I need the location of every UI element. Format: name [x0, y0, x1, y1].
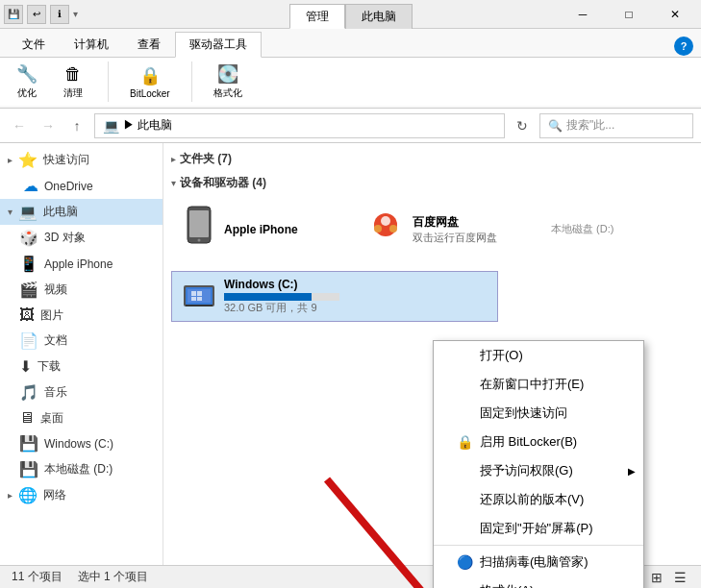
sidebar-item-documents[interactable]: 📄 文档: [0, 328, 163, 354]
view-list-button[interactable]: ☰: [670, 568, 689, 587]
drive-c[interactable]: Windows (C:) 32.0 GB 可用，共 9: [171, 271, 498, 322]
ctx-scan-virus[interactable]: 🔵 扫描病毒(电脑管家): [434, 548, 643, 576]
optimize-icon: 🔧: [16, 63, 38, 85]
search-icon: 🔍: [548, 119, 563, 133]
network-chevron-icon: ▸: [8, 490, 13, 501]
svg-point-5: [389, 225, 397, 233]
undo-btn[interactable]: ↩: [27, 5, 46, 24]
sidebar-label-3d: 3D 对象: [44, 230, 86, 246]
content-area: ▸ 文件夹 (7) ▾ 设备和驱动器 (4) Apple iPhone: [163, 143, 701, 588]
3d-icon: 🎲: [19, 229, 38, 247]
status-count: 11 个项目: [12, 569, 63, 585]
devices-chevron: ▾: [171, 178, 176, 188]
ribbon-btn-cleanup[interactable]: 🗑 清理: [54, 62, 92, 102]
sidebar-label-downloads: 下载: [38, 358, 61, 375]
ribbon-group-3: 💽 格式化: [208, 61, 263, 102]
sidebar-item-this-pc[interactable]: ▾ 💻 此电脑: [0, 199, 163, 225]
refresh-button[interactable]: ↻: [511, 114, 534, 137]
iphone-icon: 📱: [19, 255, 38, 273]
sidebar-label-desktop: 桌面: [40, 410, 63, 427]
up-button[interactable]: ↑: [65, 114, 88, 137]
maximize-button[interactable]: □: [607, 0, 651, 29]
sidebar-item-network[interactable]: ▸ 🌐 网络: [0, 482, 163, 508]
back-button[interactable]: ←: [8, 114, 31, 137]
svg-rect-13: [197, 297, 202, 301]
svg-point-2: [198, 239, 201, 242]
sidebar-label-documents: 文档: [44, 332, 67, 349]
sidebar-item-pictures[interactable]: 🖼 图片: [0, 303, 163, 328]
ribbon-btn-optimize[interactable]: 🔧 优化: [8, 61, 46, 102]
folders-section-header[interactable]: ▸ 文件夹 (7): [171, 151, 693, 167]
sidebar-label-iphone: Apple iPhone: [44, 257, 113, 271]
ctx-grant-access[interactable]: 授予访问权限(G): [434, 456, 643, 485]
sidebar-item-music[interactable]: 🎵 音乐: [0, 380, 163, 405]
properties-btn[interactable]: ℹ: [50, 5, 69, 24]
dropdown-arrow[interactable]: ▾: [73, 9, 78, 19]
sidebar-label-video: 视频: [44, 282, 67, 298]
ctx-sep1: [434, 545, 643, 546]
ctx-pin-quick[interactable]: 固定到快速访问: [434, 399, 643, 428]
ribbon-content: 🔧 优化 🗑 清理 🔒 BitLocker 💽 格式化: [0, 58, 701, 106]
tab-this-pc[interactable]: 此电脑: [345, 4, 413, 29]
help-button[interactable]: ?: [674, 37, 693, 56]
sidebar-label-this-pc: 此电脑: [43, 204, 78, 220]
path-text: ▶ 此电脑: [123, 117, 172, 134]
c-drive-info: Windows (C:) 32.0 GB 可用，共 9: [224, 278, 339, 315]
view-buttons: ⊞ ☰: [647, 568, 689, 587]
documents-icon: 📄: [19, 331, 38, 350]
downloads-icon: ⬇: [19, 357, 32, 376]
ctx-new-window[interactable]: 在新窗口中打开(E): [434, 370, 643, 399]
sidebar-item-iphone[interactable]: 📱 Apple iPhone: [0, 251, 163, 277]
c-drive-device-icon: [182, 278, 216, 315]
ctx-bitlocker[interactable]: 🔒 启用 BitLocker(B): [434, 428, 643, 456]
svg-point-4: [381, 216, 390, 226]
device-d-label[interactable]: 本地磁盘 (D:): [540, 199, 685, 259]
music-icon: 🎵: [19, 383, 38, 402]
sidebar-item-video[interactable]: 🎬 视频: [0, 277, 163, 303]
view-details-button[interactable]: ⊞: [647, 568, 666, 587]
ctx-format[interactable]: 格式化(A)...: [434, 576, 643, 588]
device-iphone[interactable]: Apple iPhone: [171, 199, 344, 259]
tab-manage[interactable]: 管理: [289, 4, 345, 29]
ctx-scan-icon: 🔵: [457, 554, 472, 570]
ribbon-btn-bitlocker[interactable]: 🔒 BitLocker: [124, 63, 176, 101]
sidebar-label-d-drive: 本地磁盘 (D:): [44, 461, 113, 478]
svg-rect-11: [197, 291, 202, 296]
thispc-chevron-icon: ▾: [8, 207, 13, 217]
baidu-name: 百度网盘: [413, 214, 497, 231]
address-path[interactable]: 💻 ▶ 此电脑: [94, 113, 505, 138]
c-drive-space: 32.0 GB 可用，共 9: [224, 301, 339, 315]
sidebar-item-c-drive[interactable]: 💾 Windows (C:): [0, 430, 163, 456]
svg-rect-10: [191, 291, 196, 296]
sidebar-label-onedrive: OneDrive: [44, 180, 93, 193]
devices-grid: Apple iPhone 百度网盘 双击运行百度网盘: [171, 199, 693, 259]
sidebar-label-pictures: 图片: [40, 307, 63, 324]
sidebar-item-desktop[interactable]: 🖥 桌面: [0, 405, 163, 430]
sidebar-item-downloads[interactable]: ⬇ 下载: [0, 354, 163, 380]
ctx-restore-prev[interactable]: 还原以前的版本(V): [434, 485, 643, 514]
close-button[interactable]: ✕: [653, 0, 697, 29]
ribbon-tab-view[interactable]: 查看: [123, 32, 175, 58]
svg-rect-1: [189, 210, 209, 237]
ctx-pin-start[interactable]: 固定到"开始"屏幕(P): [434, 514, 643, 543]
network-icon: 🌐: [18, 486, 38, 504]
quick-access-toolbar[interactable]: 💾: [4, 5, 23, 24]
title-tabs: 管理 此电脑: [289, 0, 413, 29]
ribbon-group-2: 🔒 BitLocker: [124, 61, 192, 102]
ribbon-tab-file[interactable]: 文件: [8, 32, 60, 58]
sidebar-item-3d[interactable]: 🎲 3D 对象: [0, 225, 163, 251]
forward-button[interactable]: →: [37, 114, 60, 137]
search-box[interactable]: 🔍 搜索"此...: [539, 113, 693, 138]
address-bar: ← → ↑ 💻 ▶ 此电脑 ↻ 🔍 搜索"此...: [0, 109, 701, 143]
sidebar-item-quick-access[interactable]: ▸ ⭐ 快速访问: [0, 147, 163, 173]
baidu-subtitle: 双击运行百度网盘: [413, 231, 497, 245]
ribbon-btn-format[interactable]: 💽 格式化: [208, 61, 248, 102]
sidebar-item-d-drive[interactable]: 💾 本地磁盘 (D:): [0, 456, 163, 482]
ctx-open[interactable]: 打开(O): [434, 341, 643, 370]
svg-rect-12: [191, 297, 196, 301]
ribbon-tab-driver-tools[interactable]: 驱动器工具: [175, 32, 262, 58]
device-baidu[interactable]: 百度网盘 双击运行百度网盘: [356, 199, 529, 259]
ribbon-tab-computer[interactable]: 计算机: [60, 32, 123, 58]
minimize-button[interactable]: ─: [561, 0, 605, 29]
sidebar-item-onedrive[interactable]: ☁ OneDrive: [0, 173, 163, 199]
